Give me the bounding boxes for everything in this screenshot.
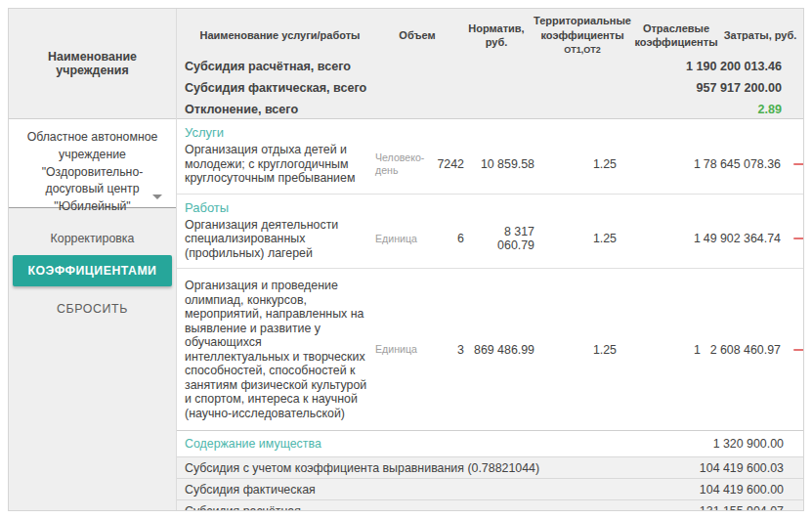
- service-unit: Человеко-день: [375, 151, 431, 176]
- minus-icon: [793, 163, 804, 165]
- service-volume: 3: [431, 343, 464, 357]
- remove-row-button[interactable]: [793, 345, 804, 355]
- column-header-territorial: Территориальные коэффициенты ОТ1,ОТ2: [534, 14, 631, 56]
- reset-button[interactable]: СБРОСИТЬ: [57, 302, 128, 316]
- service-rows-section: Услуги Организация отдыха детей и молоде…: [177, 119, 804, 430]
- total-value: 131 155 904.07: [700, 504, 804, 512]
- minus-icon: [793, 238, 804, 239]
- total-row-actual-subsidy: Субсидия фактическая 104 419 600.00: [177, 478, 804, 499]
- subsidy-calculation-panel: Наименование учреждения Областное автоно…: [8, 8, 804, 511]
- service-costs: 78 645 078.36: [701, 157, 781, 171]
- subsidy-table: Наименование услуги/работы Объем Нормати…: [177, 9, 804, 511]
- service-unit: Единица: [375, 233, 431, 245]
- table-row: Организация и проведение олимпиад, конку…: [177, 268, 804, 430]
- total-row-equalization: Субсидия с учетом коэффициента выравнива…: [177, 456, 804, 478]
- service-normative: 869 486.99: [464, 343, 534, 357]
- service-volume: 7242: [431, 157, 464, 171]
- totals-section: Содержание имущества 1 320 900.00 Субсид…: [177, 430, 804, 511]
- summary-label: Субсидия фактическая, всего: [185, 81, 696, 95]
- service-normative: 10 859.58: [464, 157, 534, 171]
- column-header-volume: Объем: [375, 28, 459, 42]
- service-industry-coeff: 1: [617, 343, 701, 357]
- column-header-territorial-sub: ОТ1,ОТ2: [564, 45, 601, 57]
- section-title-services: Услуги: [177, 119, 804, 141]
- total-label: Субсидия фактическая: [185, 483, 700, 497]
- table-header-band: Наименование услуги/работы Объем Нормати…: [177, 9, 804, 119]
- column-headers-row: Наименование услуги/работы Объем Нормати…: [185, 9, 804, 56]
- summary-label: Субсидия расчётная, всего: [185, 60, 686, 73]
- institution-select[interactable]: Областное автономное учреждение "Оздоров…: [9, 119, 176, 208]
- summary-row-actual-total: Субсидия фактическая, всего 957 917 200.…: [185, 77, 804, 99]
- service-name: Организация отдыха детей и молодежи; с к…: [185, 143, 375, 186]
- institution-column-header: Наименование учреждения: [9, 9, 176, 119]
- service-name: Организация и проведение олимпиад, конку…: [185, 279, 375, 420]
- minus-icon: [793, 349, 804, 351]
- column-header-territorial-main: Территориальные коэффициенты: [534, 14, 631, 42]
- institution-select-value: Областное автономное учреждение "Оздоров…: [27, 130, 158, 213]
- total-value: 104 419 600.03: [700, 461, 804, 475]
- service-costs: 49 902 364.74: [701, 232, 781, 245]
- service-unit: Единица: [375, 343, 431, 356]
- table-row: Организация деятельности специализирован…: [177, 216, 804, 269]
- summary-value: 1 190 200 013.46: [686, 60, 804, 73]
- remove-row-button[interactable]: [793, 159, 804, 169]
- total-label: Содержание имущества: [185, 437, 713, 451]
- column-header-service-name: Наименование услуги/работы: [185, 28, 375, 42]
- summary-row-calculated-total: Субсидия расчётная, всего 1 190 200 013.…: [185, 56, 804, 77]
- service-territorial-coeff: 1.25: [534, 157, 617, 171]
- total-value: 1 320 900.00: [713, 437, 804, 451]
- coefficients-button[interactable]: КОЭФФИЦИЕНТАМИ: [13, 255, 173, 286]
- total-label: Субсидия с учетом коэффициента выравнива…: [185, 461, 700, 475]
- service-industry-coeff: 1: [617, 157, 701, 171]
- service-industry-coeff: 1: [617, 232, 701, 245]
- total-row-calculated-subsidy: Субсидия расчётная 131 155 904.07: [177, 499, 804, 511]
- correction-block: Корректировка КОЭФФИЦИЕНТАМИ СБРОСИТЬ: [9, 208, 176, 511]
- service-territorial-coeff: 1.25: [534, 343, 617, 357]
- remove-row-button[interactable]: [793, 234, 804, 243]
- column-header-normative: Норматив, руб.: [459, 22, 534, 50]
- total-value: 104 419 600.00: [700, 483, 804, 497]
- correction-label: Корректировка: [9, 232, 176, 245]
- summary-label: Отклонение, всего: [185, 103, 757, 116]
- total-row-property-maintenance: Содержание имущества 1 320 900.00: [177, 431, 804, 456]
- chevron-down-icon: [152, 195, 162, 199]
- summary-row-deviation-total: Отклонение, всего 2.89: [185, 99, 804, 120]
- table-row: Организация отдыха детей и молодежи; с к…: [177, 141, 804, 194]
- service-normative: 8 317 060.79: [464, 225, 534, 252]
- summary-value: 957 917 200.00: [696, 81, 804, 95]
- service-name: Организация деятельности специализирован…: [185, 218, 375, 261]
- column-header-costs: Затраты, руб.: [721, 28, 804, 42]
- section-title-works: Работы: [177, 194, 804, 216]
- service-volume: 6: [431, 232, 464, 245]
- total-label: Субсидия расчётная: [185, 504, 700, 512]
- service-territorial-coeff: 1.25: [534, 232, 617, 245]
- column-header-industry: Отраслевые коэффициенты: [631, 22, 721, 50]
- service-costs: 2 608 460.97: [701, 343, 781, 357]
- institution-sidebar: Наименование учреждения Областное автоно…: [9, 9, 177, 511]
- summary-value: 2.89: [757, 103, 804, 116]
